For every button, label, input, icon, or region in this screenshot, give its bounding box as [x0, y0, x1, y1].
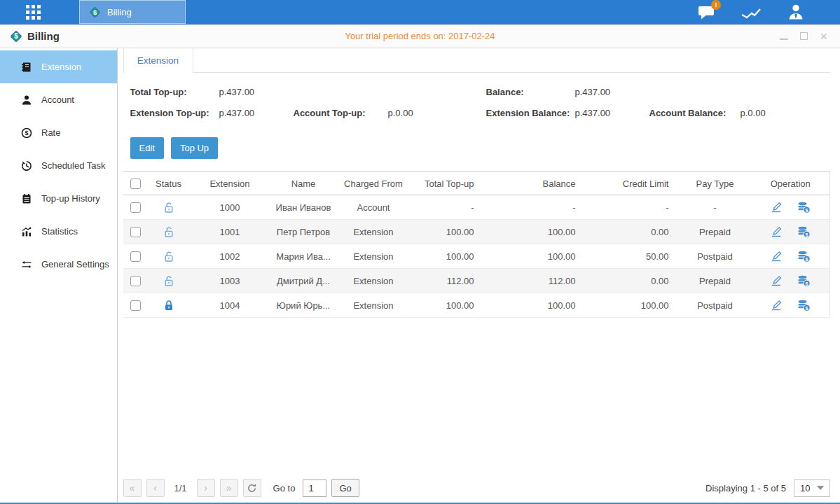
- cell-total-topup: -: [411, 195, 484, 220]
- cell-pay-type: Postpaid: [679, 293, 752, 318]
- sidebar-item-topup-history[interactable]: Top-up History: [0, 182, 117, 215]
- maximize-icon[interactable]: [800, 31, 808, 42]
- sidebar-item-extension[interactable]: Extension: [0, 50, 117, 83]
- sidebar-item-general-settings[interactable]: General Settings: [0, 248, 117, 281]
- col-total-topup[interactable]: Total Top-up: [411, 172, 484, 195]
- sidebar-item-statistics[interactable]: Statistics: [0, 215, 117, 248]
- apps-grid-icon[interactable]: [26, 5, 41, 20]
- cell-extension: 1003: [190, 269, 270, 293]
- edit-icon[interactable]: [770, 300, 783, 312]
- edit-icon[interactable]: [770, 275, 783, 287]
- cell-pay-type: Prepaid: [679, 269, 752, 293]
- refresh-button[interactable]: [243, 479, 261, 497]
- top-up-button[interactable]: Top Up: [171, 137, 218, 159]
- top-up-icon[interactable]: [797, 299, 811, 311]
- col-balance[interactable]: Balance: [484, 172, 586, 195]
- cell-total-topup: 100.00: [411, 244, 484, 269]
- row-checkbox[interactable]: [130, 227, 141, 237]
- table-row: 1001 Петр Петров Extension 100.00 100.00…: [123, 220, 830, 244]
- cell-charged-from: Extension: [337, 220, 411, 244]
- extension-topup-value: p.437.00: [219, 108, 294, 118]
- top-up-icon[interactable]: [797, 201, 811, 213]
- rate-icon: $: [21, 127, 32, 139]
- row-checkbox[interactable]: [130, 300, 141, 311]
- sidebar-item-rate[interactable]: $ Rate: [0, 116, 117, 149]
- edit-button[interactable]: Edit: [130, 137, 164, 159]
- top-up-icon[interactable]: [797, 274, 811, 286]
- col-name[interactable]: Name: [270, 172, 337, 195]
- table-header-row: Status Extension Name Charged From Total…: [123, 172, 830, 195]
- cell-name: Дмитрий Д...: [270, 269, 337, 293]
- billing-diamond-icon: [10, 30, 22, 43]
- cell-pay-type: -: [679, 195, 752, 220]
- last-page-button[interactable]: »: [220, 479, 238, 497]
- sidebar: Extension Account $ Rate Scheduled Task: [0, 48, 118, 503]
- cell-total-topup: 112.00: [411, 269, 484, 293]
- sidebar-item-label: Statistics: [41, 226, 78, 237]
- scheduled-task-icon: [21, 160, 32, 172]
- top-up-icon[interactable]: [797, 250, 811, 262]
- table-row: 1003 Дмитрий Д... Extension 112.00 112.0…: [123, 269, 830, 293]
- cell-balance: 112.00: [484, 269, 586, 293]
- edit-icon[interactable]: [770, 251, 783, 262]
- account-icon: [21, 94, 32, 106]
- col-extension[interactable]: Extension: [190, 172, 270, 195]
- col-pay-type[interactable]: Pay Type: [679, 172, 752, 195]
- sidebar-item-label: Top-up History: [41, 193, 100, 204]
- select-all-checkbox[interactable]: [130, 178, 141, 189]
- edit-icon[interactable]: [770, 202, 783, 214]
- prev-page-button[interactable]: ‹: [146, 479, 165, 497]
- col-charged-from[interactable]: Charged From: [337, 172, 411, 195]
- cell-charged-from: Account: [337, 195, 411, 220]
- minimize-icon[interactable]: [780, 31, 788, 42]
- page-size-select[interactable]: 10: [794, 479, 830, 497]
- next-page-button[interactable]: ›: [197, 479, 215, 497]
- go-button[interactable]: Go: [331, 479, 359, 497]
- refresh-icon: [247, 483, 257, 493]
- col-credit-limit[interactable]: Credit Limit: [586, 172, 679, 195]
- cell-total-topup: 100.00: [411, 293, 484, 318]
- sidebar-item-account[interactable]: Account: [0, 83, 117, 116]
- col-operation[interactable]: Operation: [752, 172, 830, 195]
- extension-table: Status Extension Name Charged From Total…: [123, 172, 831, 318]
- account-balance-value: p.0.00: [741, 108, 831, 118]
- extension-icon: [21, 62, 32, 73]
- sidebar-item-label: Account: [41, 94, 74, 105]
- cell-name: Петр Петров: [270, 220, 337, 244]
- row-checkbox[interactable]: [130, 251, 141, 262]
- col-status[interactable]: Status: [148, 172, 190, 195]
- first-page-button[interactable]: «: [123, 479, 142, 497]
- cell-pay-type: Postpaid: [679, 244, 752, 269]
- sidebar-item-label: Rate: [41, 127, 60, 138]
- cell-credit-limit: -: [586, 195, 679, 220]
- account-topup-value: p.0.00: [388, 108, 486, 118]
- goto-input[interactable]: [303, 479, 326, 497]
- close-icon[interactable]: ×: [820, 31, 827, 42]
- user-icon[interactable]: [787, 4, 805, 20]
- row-checkbox[interactable]: [130, 202, 141, 213]
- tab-extension[interactable]: Extension: [123, 48, 193, 73]
- edit-icon[interactable]: [770, 226, 783, 238]
- cell-extension: 1004: [190, 293, 270, 318]
- cell-balance: 100.00: [484, 220, 586, 244]
- notification-badge: !: [711, 0, 721, 10]
- cell-name: Иван Иванов: [270, 195, 337, 220]
- row-checkbox[interactable]: [130, 276, 141, 286]
- sidebar-item-scheduled-task[interactable]: Scheduled Task: [0, 149, 117, 182]
- cell-credit-limit: 0.00: [586, 220, 679, 244]
- sidebar-item-label: General Settings: [41, 259, 109, 270]
- cell-balance: 100.00: [484, 293, 586, 318]
- cell-extension: 1002: [190, 244, 270, 269]
- balance-label: Balance:: [486, 87, 575, 97]
- cell-name: Мария Ива...: [270, 244, 337, 269]
- cell-extension: 1000: [190, 195, 270, 220]
- cell-credit-limit: 50.00: [586, 244, 679, 269]
- sidebar-item-label: Extension: [41, 62, 81, 72]
- extension-balance-label: Extension Balance:: [486, 108, 575, 118]
- message-icon[interactable]: !: [698, 4, 715, 20]
- monitor-chart-icon[interactable]: [741, 4, 762, 20]
- cell-extension: 1001: [190, 220, 270, 244]
- sidebar-item-label: Scheduled Task: [41, 160, 106, 171]
- top-up-icon[interactable]: [797, 225, 811, 237]
- taskbar-tab-billing[interactable]: Billing: [79, 0, 186, 24]
